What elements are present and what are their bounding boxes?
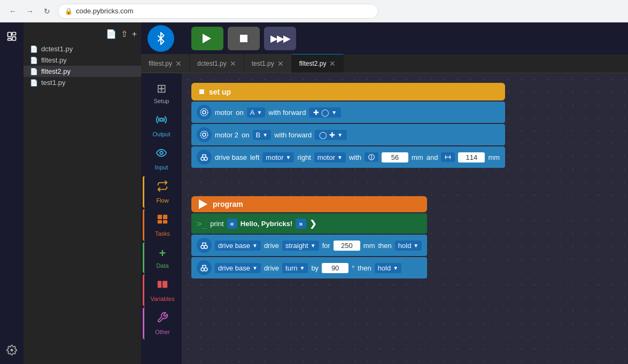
settings-activity-btn[interactable] [2, 340, 21, 360]
axle-track-input[interactable] [458, 152, 485, 162]
sidebar-item-input[interactable]: Input [143, 143, 180, 175]
file-item[interactable]: 📄 test1.py [24, 77, 141, 88]
file-name: test1.py [41, 79, 66, 87]
file-item[interactable]: 📄 dctest1.py [24, 43, 141, 55]
refresh-button[interactable]: ↻ [41, 5, 53, 18]
drivebase-dropdown[interactable]: drive base ▼ [215, 241, 261, 251]
direction-dropdown[interactable]: straight ▼ [282, 241, 319, 251]
setup-block-group: ■ set up motor on A ▼ w [191, 83, 505, 168]
program-block-group: program >_ print « Hello, Pybricks! » ❯ [191, 196, 427, 278]
angle-input[interactable] [322, 263, 348, 273]
forward-button[interactable]: → [24, 5, 36, 18]
drive2-label: drive [264, 264, 279, 272]
tab-close-icon[interactable]: ✕ [230, 59, 236, 68]
setup-header-label: set up [209, 88, 231, 96]
motor-icon [197, 105, 212, 120]
file-icon: 📄 [30, 45, 38, 53]
tab-close-icon[interactable]: ✕ [329, 59, 336, 68]
data-icon: + [159, 246, 166, 260]
wheel-diam-icon-dropdown[interactable] [365, 152, 378, 162]
activity-bar [0, 22, 24, 364]
sidebar-item-data[interactable]: + Data [143, 242, 180, 273]
svg-rect-1 [12, 33, 16, 35]
drivebase2-dropdown[interactable]: drive base ▼ [215, 263, 261, 273]
play-icon [203, 34, 211, 43]
sidebar-item-variables[interactable]: Variables [143, 274, 180, 306]
drive-turn-row: drive base ▼ drive turn ▼ by ° then [191, 257, 427, 278]
stop-button[interactable] [228, 27, 260, 50]
turn-action-dropdown[interactable]: hold ▼ [375, 263, 401, 273]
motor2-dir-dropdown[interactable]: ◯ ✚ ▼ [315, 130, 347, 140]
left-motor-dropdown[interactable]: motor ▼ [262, 152, 294, 162]
action-value: hold [398, 242, 412, 250]
motor2-dir-icon2: ✚ [329, 131, 335, 139]
drivebase-label: drive base [215, 153, 247, 161]
explorer-activity-btn[interactable] [2, 27, 21, 46]
tab-flltest2[interactable]: flltest2.py ✕ [292, 54, 344, 73]
stop-icon [240, 35, 247, 42]
canvas-area[interactable]: ■ set up motor on A ▼ w [182, 73, 628, 364]
with-label: with [349, 153, 361, 161]
turn-action-value: hold [378, 264, 391, 272]
left-label: left [250, 153, 259, 161]
new-file-button[interactable]: 📄 [106, 29, 117, 39]
turn-direction-value: turn [285, 264, 297, 272]
bluetooth-button[interactable] [148, 25, 174, 52]
back-button[interactable]: ← [6, 5, 19, 18]
mm-label2: mm [488, 153, 500, 161]
right-motor-dropdown[interactable]: motor ▼ [314, 152, 346, 162]
tab-label: flltest2.py [299, 60, 327, 67]
sidebar-item-setup[interactable]: ⊞ Setup [143, 78, 180, 109]
tab-close-icon[interactable]: ✕ [175, 59, 182, 68]
sidebar-item-flow[interactable]: Flow [143, 176, 180, 208]
url-bar[interactable]: 🔒 code.pybricks.com [58, 4, 378, 19]
turn-direction-dropdown[interactable]: turn ▼ [282, 263, 308, 273]
data-label: Data [156, 262, 168, 269]
motor2-port-dropdown[interactable]: B ▼ [253, 130, 272, 140]
lock-icon: 🔒 [65, 7, 73, 15]
dropdown-arrow: ▼ [252, 243, 258, 249]
axle-track-icon-dropdown[interactable] [441, 152, 455, 162]
motor-port-dropdown[interactable]: A ▼ [247, 107, 266, 118]
motor2-forward-label: with forward [274, 131, 312, 139]
motor2-dir-icon: ◯ [319, 131, 327, 139]
print-label: print [210, 220, 223, 228]
add-button[interactable]: + [132, 29, 137, 39]
sidebar-item-tasks[interactable]: Tasks [143, 209, 180, 241]
distance-input[interactable] [334, 241, 360, 251]
variables-icon [157, 278, 168, 293]
upload-button[interactable]: ⇧ [121, 29, 128, 39]
action-dropdown[interactable]: hold ▼ [395, 241, 422, 251]
file-item-active[interactable]: 📄 flltest2.py [24, 66, 141, 77]
setup-label: Setup [154, 98, 169, 104]
svg-rect-7 [163, 215, 167, 219]
block-sidebar: ⊞ Setup Output [141, 73, 182, 364]
for-label: for [322, 242, 330, 250]
direction-value: straight [285, 242, 308, 250]
tab-flltest[interactable]: flltest.py ✕ [141, 54, 190, 73]
motor-dir-dropdown[interactable]: ✚ ◯ ▼ [309, 107, 341, 118]
motor2-on-label: on [242, 131, 249, 139]
tab-test1[interactable]: test1.py ✕ [244, 54, 292, 73]
tab-label: dctest1.py [197, 60, 227, 67]
file-icon: 📄 [30, 68, 38, 75]
skip-button[interactable]: ▶▶▶ [264, 27, 296, 50]
tab-close-icon[interactable]: ✕ [277, 59, 284, 68]
sidebar-item-other[interactable]: Other [143, 307, 180, 339]
dropdown-arrow: ▼ [413, 243, 418, 249]
tab-dctest1[interactable]: dctest1.py ✕ [190, 54, 244, 73]
motor-port-value: A [250, 109, 255, 117]
svg-point-12 [203, 111, 206, 114]
close-quote-btn[interactable]: » [296, 219, 306, 229]
sidebar-item-output[interactable]: Output [143, 110, 180, 142]
file-name: flltest2.py [41, 67, 71, 75]
file-item[interactable]: 📄 flltest.py [24, 55, 141, 66]
dropdown-arrow: ▼ [337, 132, 343, 138]
by-label: by [311, 264, 319, 272]
wheel-diameter-input[interactable] [382, 152, 408, 162]
drivebase-icon [197, 150, 212, 165]
skip-icon: ▶▶▶ [270, 33, 290, 44]
file-icon: 📄 [30, 57, 38, 64]
open-quote-btn[interactable]: « [227, 219, 237, 229]
play-button[interactable] [191, 27, 223, 50]
